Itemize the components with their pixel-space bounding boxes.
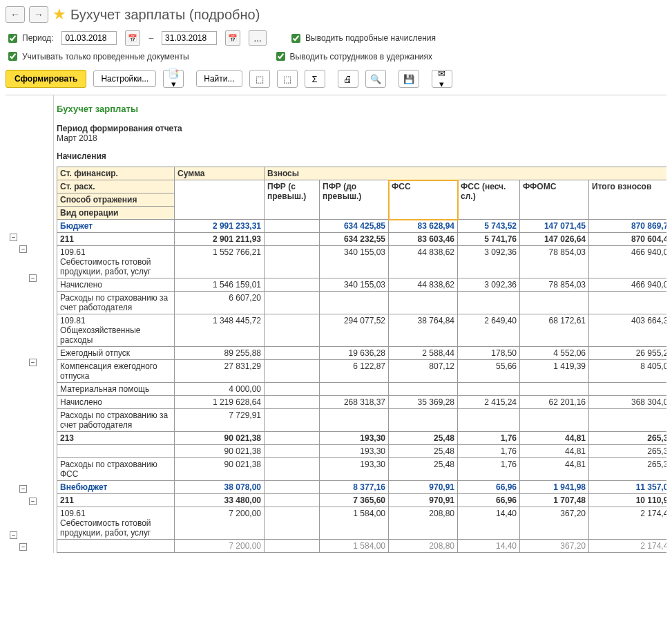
email-button[interactable]: ✉▾	[432, 70, 452, 88]
row-vtail[interactable]: 7 200,001 584,00208,8014,40367,202 174,4…	[57, 540, 667, 553]
outline-column: − − − − − − − − −	[6, 95, 54, 553]
only-posted-checkbox[interactable]: Учитывать только проведенные документы	[6, 50, 189, 63]
generate-button[interactable]: Сформировать	[6, 70, 86, 88]
star-icon[interactable]: ★	[52, 6, 66, 23]
report-period-label: Период формирования отчета	[57, 124, 666, 133]
row-rashstrah2[interactable]: Расходы по страхованию за счет работодат…	[57, 409, 667, 432]
save-button[interactable]: 💾	[399, 70, 419, 88]
arrow-right-icon: →	[34, 9, 44, 20]
col-rash[interactable]: Ст. расх.	[57, 180, 175, 193]
col-vidop[interactable]: Вид операции	[57, 207, 175, 220]
row-kompotp[interactable]: Компенсация ежегодного отпуска27 831,296…	[57, 360, 667, 383]
row-10981[interactable]: 109.81Общехозяйственные расходы1 348 445…	[57, 314, 667, 347]
col-pfr-do[interactable]: ПФР (до превыш.)	[320, 180, 389, 220]
tree-toggle[interactable]: −	[10, 531, 17, 539]
only-posted-label: Учитывать только проведенные документы	[22, 52, 189, 62]
date-to-input[interactable]	[162, 31, 217, 45]
report-title: Бухучет зарплаты	[57, 104, 666, 114]
show-employees-label: Выводить сотрудников в удержаниях	[290, 52, 433, 62]
col-finance[interactable]: Ст. финансир.	[57, 167, 175, 180]
row-budget[interactable]: Бюджет2 991 233,31634 425,8583 628,945 7…	[57, 220, 667, 233]
sum-button[interactable]: Σ	[305, 70, 325, 88]
col-sposob[interactable]: Способ отражения	[57, 193, 175, 207]
date-from-input[interactable]	[61, 31, 117, 45]
col-fss-nesch[interactable]: ФСС (несч. сл.)	[458, 180, 520, 220]
show-accruals-label: Выводить подробные начисления	[305, 33, 436, 43]
report-section: Начисления	[57, 151, 666, 161]
col-ffoms[interactable]: ФФОМС	[520, 180, 589, 220]
show-employees-checkbox[interactable]: Выводить сотрудников в удержаниях	[273, 50, 433, 63]
calendar-to-button[interactable]: 📅	[225, 30, 240, 46]
tree-toggle[interactable]: −	[29, 498, 37, 505]
row-10961[interactable]: 109.61Себестоимость готовой продукции, р…	[57, 246, 667, 278]
period-checkbox[interactable]: Период:	[6, 32, 53, 45]
tree-toggle[interactable]: −	[19, 485, 27, 493]
row-nachisleno2[interactable]: Начислено1 219 628,64268 318,3735 369,28…	[57, 396, 667, 409]
col-vznosy[interactable]: Взносы	[265, 167, 667, 180]
dash: –	[148, 33, 153, 43]
preview-button[interactable]: 🔍	[365, 70, 386, 88]
row-213[interactable]: 21390 021,38193,3025,481,7644,81265,35	[57, 432, 667, 445]
page-title: Бухучет зарплаты (подробно)	[70, 7, 260, 23]
row-nachisleno[interactable]: Начислено1 546 159,01340 155,0344 838,62…	[57, 278, 667, 292]
tree-toggle[interactable]: −	[29, 274, 37, 282]
tree-toggle[interactable]: −	[10, 234, 17, 241]
settings-button[interactable]: Настройки...	[93, 70, 156, 87]
col-itogo[interactable]: Итого взносов	[589, 180, 667, 220]
col-pfr-s[interactable]: ПФР (с превыш.)	[265, 180, 320, 220]
row-ezhotp[interactable]: Ежегодный отпуск89 255,8819 636,282 588,…	[57, 347, 667, 360]
period-select-button[interactable]: ...	[249, 30, 267, 46]
col-fss[interactable]: ФСС	[389, 180, 458, 220]
collapse-button[interactable]: ⬚	[277, 70, 298, 88]
row-211[interactable]: 2112 901 211,93634 232,5583 603,465 741,…	[57, 233, 667, 246]
row-vnebudget[interactable]: Внебюджет38 078,008 377,16970,9166,961 9…	[57, 481, 667, 494]
report-period-value: Март 2018	[57, 133, 666, 143]
tree-toggle[interactable]: −	[19, 543, 27, 551]
find-button[interactable]: Найти...	[196, 70, 242, 87]
row-v211[interactable]: 21133 480,007 365,60970,9166,961 707,481…	[57, 494, 667, 507]
row-matpom[interactable]: Материальная помощь4 000,00	[57, 383, 667, 396]
expand-button[interactable]: ⬚	[249, 70, 270, 88]
row-rashfss[interactable]: Расходы по страхованию ФСС90 021,38193,3…	[57, 458, 667, 481]
period-label: Период:	[22, 33, 53, 43]
tree-toggle[interactable]: −	[19, 245, 27, 253]
calendar-from-button[interactable]: 📅	[125, 30, 140, 46]
header-row: Ст. финансир. Сумма Взносы	[57, 167, 667, 180]
tree-toggle[interactable]: −	[29, 359, 37, 366]
row-rashstrah[interactable]: Расходы по страхованию за счет работодат…	[57, 292, 667, 314]
report-table: Ст. финансир. Сумма Взносы Ст. расх. ПФР…	[57, 167, 666, 553]
show-accruals-checkbox[interactable]: Выводить подробные начисления	[289, 32, 436, 45]
nav-back-button[interactable]: ←	[6, 6, 25, 23]
row-v10961[interactable]: 109.61Себестоимость готовой продукции, р…	[57, 507, 667, 540]
variants-button[interactable]: 📑▾	[163, 70, 184, 88]
col-sum[interactable]: Сумма	[175, 167, 265, 180]
row-213b[interactable]: 90 021,38193,3025,481,7644,81265,35	[57, 445, 667, 458]
nav-forward-button[interactable]: →	[29, 6, 48, 23]
arrow-left-icon: ←	[10, 9, 20, 20]
print-button[interactable]: 🖨	[338, 70, 358, 88]
